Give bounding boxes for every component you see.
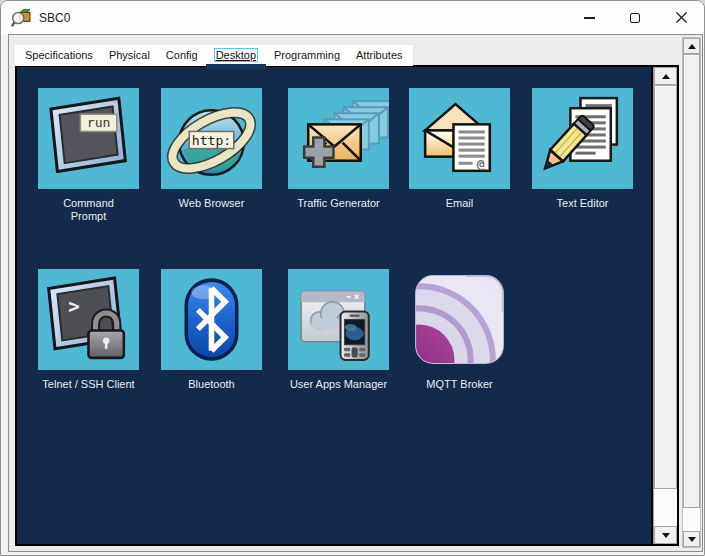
tab-programming[interactable]: Programming xyxy=(266,45,348,66)
content-scrollbar[interactable] xyxy=(682,37,701,548)
device-window: SBC0 Specifications Physical Config Desk… xyxy=(0,0,705,556)
app-telnet-ssh-client[interactable]: > Telnet / SSH Client xyxy=(38,269,139,391)
arrow-up-icon xyxy=(662,74,670,79)
app-label: Text Editor xyxy=(516,197,649,210)
app-label: Traffic Generator xyxy=(272,197,405,210)
scrollbar-thumb[interactable] xyxy=(654,85,677,489)
app-tile xyxy=(161,269,262,370)
desktop-panel: run Command Prompt xyxy=(15,65,679,546)
email-icon: @ xyxy=(409,88,510,189)
window-controls xyxy=(566,1,704,34)
app-tile xyxy=(409,269,510,370)
bluetooth-icon xyxy=(161,269,262,370)
tab-config[interactable]: Config xyxy=(158,45,206,66)
app-tile xyxy=(288,88,389,189)
packet-tracer-device-icon xyxy=(11,8,31,28)
app-label: Bluetooth xyxy=(145,378,278,391)
svg-text:@: @ xyxy=(477,156,485,171)
app-web-browser[interactable]: http: Web Browser xyxy=(161,88,262,210)
arrow-down-icon xyxy=(688,537,696,542)
user-apps-manager-icon xyxy=(288,269,389,370)
web-browser-icon: http: xyxy=(161,88,262,189)
app-tile: > xyxy=(38,269,139,370)
arrow-up-icon xyxy=(688,44,696,49)
device-tab-content: Specifications Physical Config Desktop P… xyxy=(8,34,703,552)
close-icon xyxy=(675,11,688,24)
app-label: Telnet / SSH Client xyxy=(22,378,155,391)
scrollbar-track[interactable] xyxy=(654,85,677,526)
app-text-editor[interactable]: Text Editor xyxy=(532,88,633,210)
app-bluetooth[interactable]: Bluetooth xyxy=(161,269,262,391)
tab-desktop[interactable]: Desktop xyxy=(206,45,266,66)
svg-text:run: run xyxy=(87,115,111,130)
app-label: Email xyxy=(393,197,526,210)
tab-specifications[interactable]: Specifications xyxy=(17,45,101,66)
scrollbar-track[interactable] xyxy=(683,54,700,531)
app-email[interactable]: @ Email xyxy=(409,88,510,210)
traffic-generator-icon xyxy=(288,88,389,189)
mqtt-broker-icon xyxy=(409,269,510,370)
minimize-icon xyxy=(584,17,595,19)
svg-text:>: > xyxy=(68,295,80,318)
scroll-up-button[interactable] xyxy=(683,38,700,54)
app-traffic-generator[interactable]: Traffic Generator xyxy=(288,88,389,210)
command-prompt-icon: run xyxy=(38,88,139,189)
app-tile xyxy=(532,88,633,189)
app-command-prompt[interactable]: run Command Prompt xyxy=(38,88,139,223)
app-mqtt-broker[interactable]: MQTT Broker xyxy=(409,269,510,391)
svg-text:http:: http: xyxy=(192,133,232,148)
app-label: MQTT Broker xyxy=(393,378,526,391)
app-tile: @ xyxy=(409,88,510,189)
telnet-ssh-icon: > xyxy=(38,269,139,370)
scrollbar-thumb[interactable] xyxy=(683,54,700,508)
close-button[interactable] xyxy=(658,1,704,34)
tab-physical[interactable]: Physical xyxy=(101,45,158,66)
minimize-button[interactable] xyxy=(566,1,612,34)
scroll-up-button[interactable] xyxy=(654,67,677,85)
tab-attributes[interactable]: Attributes xyxy=(348,45,410,66)
desktop-canvas: run Command Prompt xyxy=(17,67,653,544)
app-tile: http: xyxy=(161,88,262,189)
scroll-down-button[interactable] xyxy=(654,526,677,544)
maximize-icon xyxy=(630,13,640,23)
app-label: User Apps Manager xyxy=(272,378,405,391)
app-tile: run xyxy=(38,88,139,189)
app-user-apps-manager[interactable]: User Apps Manager xyxy=(288,269,389,391)
app-label: Command Prompt xyxy=(22,197,155,223)
desktop-scrollbar[interactable] xyxy=(653,67,677,544)
app-label: Web Browser xyxy=(145,197,278,210)
window-titlebar[interactable]: SBC0 xyxy=(1,1,704,34)
app-tile xyxy=(288,269,389,370)
arrow-down-icon xyxy=(662,533,670,538)
scroll-down-button[interactable] xyxy=(683,531,700,547)
text-editor-icon xyxy=(532,88,633,189)
tab-bar: Specifications Physical Config Desktop P… xyxy=(15,45,413,66)
maximize-button[interactable] xyxy=(612,1,658,34)
window-title: SBC0 xyxy=(39,11,70,25)
